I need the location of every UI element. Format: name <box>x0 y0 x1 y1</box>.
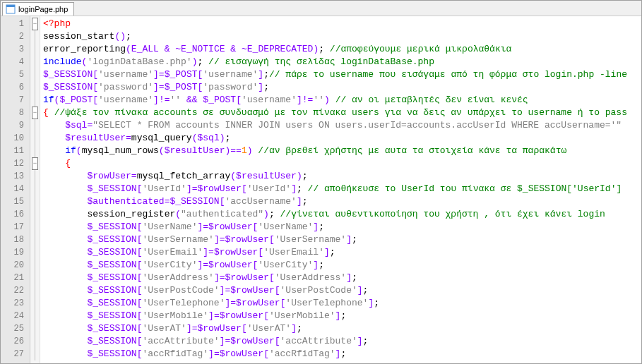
code-line[interactable]: error_reporting(E_ALL & ~E_NOTICE & ~E_D… <box>43 43 641 56</box>
code-editor[interactable]: 1234567891011121314151617181920212223242… <box>1 16 641 363</box>
fold-toggle-icon[interactable]: − <box>32 107 38 119</box>
code-line[interactable]: $sql="SELECT * FROM accounts INNER JOIN … <box>43 119 641 132</box>
fold-guide <box>35 259 35 272</box>
code-line[interactable]: if($_POST['username']!='' && $_POST['use… <box>43 94 641 107</box>
code-line[interactable]: $_SESSION['UserMobile']=$rowUser['UserMo… <box>43 310 641 322</box>
code-line[interactable]: { //ψάξε τον πίνακα accounts σε συνδυασμ… <box>43 107 641 119</box>
fold-guide <box>35 208 35 221</box>
fold-cell <box>30 310 40 322</box>
fold-cell <box>30 284 40 297</box>
fold-guide <box>35 246 35 259</box>
fold-guide <box>35 119 35 132</box>
code-line[interactable]: $_SESSION['UserEmail']=$rowUser['UserEma… <box>43 246 641 259</box>
line-number: 7 <box>1 94 30 107</box>
fold-cell <box>30 170 40 183</box>
fold-cell <box>30 145 40 157</box>
fold-guide <box>35 68 35 81</box>
fold-guide <box>35 183 35 195</box>
fold-guide <box>35 94 35 107</box>
fold-guide <box>35 272 35 284</box>
php-file-icon <box>6 4 16 14</box>
fold-guide <box>35 284 35 297</box>
fold-guide <box>35 195 35 208</box>
line-number: 9 <box>1 119 30 132</box>
line-number: 24 <box>1 310 30 322</box>
code-line[interactable]: $_SESSION['accAttribute']=$rowUser['accA… <box>43 335 641 348</box>
fold-guide <box>35 170 35 183</box>
fold-cell <box>30 43 40 56</box>
code-line[interactable]: $_SESSION['accRfidTag']=$rowUser['accRfi… <box>43 348 641 360</box>
fold-cell <box>30 94 40 107</box>
fold-cell <box>30 335 40 348</box>
line-number: 14 <box>1 183 30 195</box>
line-number: 26 <box>1 335 30 348</box>
fold-cell <box>30 259 40 272</box>
fold-cell: − <box>30 18 40 30</box>
svg-rect-1 <box>6 5 15 7</box>
code-line[interactable]: $rowUser=mysql_fetch_array($resultUser); <box>43 170 641 183</box>
fold-guide <box>35 81 35 94</box>
code-line[interactable]: $_SESSION['UserName']=$rowUser['UserName… <box>43 221 641 233</box>
line-number: 18 <box>1 233 30 246</box>
fold-cell <box>30 195 40 208</box>
fold-cell <box>30 68 40 81</box>
fold-guide <box>35 297 35 310</box>
fold-guide <box>35 30 35 43</box>
fold-guide <box>35 221 35 233</box>
code-line[interactable]: $_SESSION['UserAddress']=$rowUser['UserA… <box>43 272 641 284</box>
line-number: 27 <box>1 348 30 360</box>
line-number: 16 <box>1 208 30 221</box>
fold-guide <box>35 43 35 56</box>
fold-cell <box>30 322 40 335</box>
line-number: 10 <box>1 132 30 145</box>
line-number: 25 <box>1 322 30 335</box>
fold-cell: − <box>30 107 40 119</box>
line-number: 20 <box>1 259 30 272</box>
code-line[interactable]: $_SESSION['UserPostCode']=$rowUser['User… <box>43 284 641 297</box>
line-number: 13 <box>1 170 30 183</box>
fold-cell <box>30 233 40 246</box>
line-number-gutter: 1234567891011121314151617181920212223242… <box>1 16 30 363</box>
code-line[interactable]: $_SESSION['UserCity']=$rowUser['UserCity… <box>43 259 641 272</box>
fold-cell <box>30 208 40 221</box>
line-number: 3 <box>1 43 30 56</box>
code-line[interactable]: include('loginDataBase.php'); // εισαγωγ… <box>43 56 641 68</box>
fold-cell <box>30 119 40 132</box>
fold-toggle-icon[interactable]: − <box>32 18 38 30</box>
code-line[interactable]: { <box>43 157 641 170</box>
line-number: 5 <box>1 68 30 81</box>
code-line[interactable]: $_SESSION['password']=$_POST['password']… <box>43 81 641 94</box>
fold-guide <box>35 335 35 348</box>
code-line[interactable]: <?php <box>43 18 641 30</box>
fold-cell <box>30 132 40 145</box>
fold-toggle-icon[interactable]: − <box>32 157 38 170</box>
fold-guide <box>35 348 35 360</box>
fold-column: −−− <box>30 16 40 363</box>
code-line[interactable]: $_SESSION['UserAT']=$rowUser['UserAT']; <box>43 322 641 335</box>
code-line[interactable]: $resultUser=mysql_query($sql); <box>43 132 641 145</box>
code-line[interactable]: session_register("authenticated"); //γίν… <box>43 208 641 221</box>
code-line[interactable]: $_SESSION['UserId']=$rowUser['UserId']; … <box>43 183 641 195</box>
fold-guide <box>35 132 35 145</box>
line-number: 1 <box>1 18 30 30</box>
line-number: 2 <box>1 30 30 43</box>
fold-guide <box>35 56 35 68</box>
line-number: 11 <box>1 145 30 157</box>
code-area[interactable]: <?phpsession_start();error_reporting(E_A… <box>40 16 641 363</box>
code-line[interactable]: session_start(); <box>43 30 641 43</box>
line-number: 19 <box>1 246 30 259</box>
fold-guide <box>35 145 35 157</box>
line-number: 4 <box>1 56 30 68</box>
fold-cell: − <box>30 157 40 170</box>
code-line[interactable]: $_SESSION['username']=$_POST['username']… <box>43 68 641 81</box>
code-line[interactable]: $authenticated=$_SESSION['accUsername']; <box>43 195 641 208</box>
fold-cell <box>30 348 40 360</box>
line-number: 8 <box>1 107 30 119</box>
code-line[interactable]: if(mysql_num_rows($resultUser)==1) //αν … <box>43 145 641 157</box>
code-line[interactable]: $_SESSION['UserTelephone']=$rowUser['Use… <box>43 297 641 310</box>
tab-filename: loginPage.php <box>18 5 68 13</box>
fold-cell <box>30 56 40 68</box>
fold-cell <box>30 297 40 310</box>
file-tab[interactable]: loginPage.php <box>2 2 74 16</box>
code-line[interactable]: $_SESSION['UserSername']=$rowUser['UserS… <box>43 233 641 246</box>
